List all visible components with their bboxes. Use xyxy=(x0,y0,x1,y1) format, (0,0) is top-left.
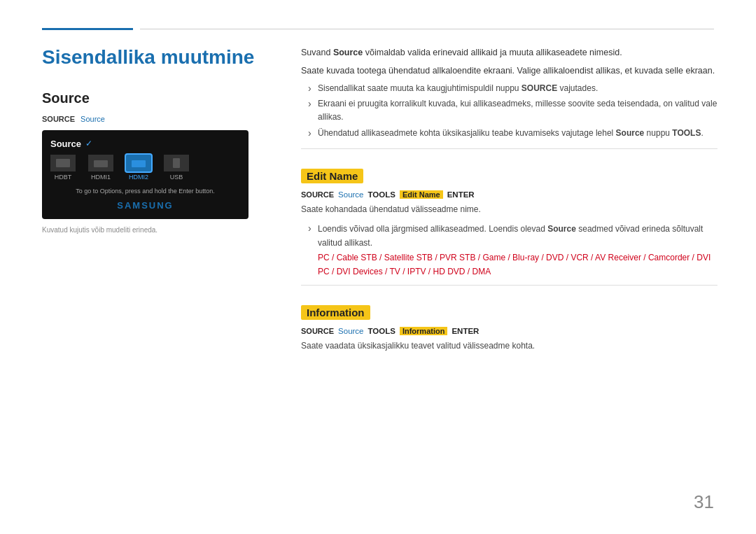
tv-icon-hdbt-box xyxy=(50,155,76,171)
right-column: Suvand Source võimaldab valida erinevaid… xyxy=(301,45,718,358)
edit-name-heading: Edit Name xyxy=(301,169,363,183)
bc-info-source: SOURCE xyxy=(301,327,334,335)
bc-info-source-link: Source xyxy=(338,327,363,335)
information-body: Saate vaadata üksikasjalikku teavet vali… xyxy=(301,339,718,353)
tv-title: Source xyxy=(50,139,81,149)
edit-name-bullets: Loendis võivad olla järgmised allikasead… xyxy=(308,222,718,279)
bullet-3: Ühendatud allikaseadmete kohta üksikasja… xyxy=(308,127,718,140)
tv-icon-usb-box xyxy=(164,155,189,171)
intro-bullets: Sisendallikat saate muuta ka kaugjuhtimi… xyxy=(308,82,718,140)
bc-source-link: Source xyxy=(80,115,105,123)
information-heading: Information xyxy=(301,305,370,320)
left-column: Sisendallika muutmine Source SOURCE Sour… xyxy=(42,45,259,234)
tv-icon-hdmi2-label: HDMI2 xyxy=(129,174,148,181)
tv-icon-usb-label: USB xyxy=(170,174,183,181)
top-bar xyxy=(42,28,714,30)
intro-line-1: Suvand Source võimaldab valida erinevaid… xyxy=(301,45,718,59)
page-title: Sisendallika muutmine xyxy=(42,45,259,69)
tv-icons-row: HDBT HDMI1 HDMI2 USB xyxy=(50,155,240,181)
device-list: PC / Cable STB / Satellite STB / PVR STB… xyxy=(318,253,710,276)
source-breadcrumb: SOURCE Source xyxy=(42,115,259,123)
divider-2 xyxy=(301,285,718,286)
bc-en-editname: Edit Name xyxy=(400,190,443,199)
tv-icon-hdmi2: HDMI2 xyxy=(126,155,151,181)
divider-1 xyxy=(301,148,718,149)
edit-name-bullet: Loendis võivad olla järgmised allikasead… xyxy=(308,222,718,279)
info-breadcrumb: SOURCE Source TOOLS Information ENTER xyxy=(301,327,718,335)
tv-icon-hdmi2-box xyxy=(126,155,151,171)
svg-rect-7 xyxy=(173,158,180,168)
tv-icon-hdbt-label: HDBT xyxy=(55,174,72,181)
bc-source-label: SOURCE xyxy=(42,115,75,123)
tv-header: Source ✓ xyxy=(50,139,240,149)
edit-name-section: Edit Name SOURCE Source TOOLS Edit Name … xyxy=(301,159,718,279)
tv-icon-hdmi1: HDMI1 xyxy=(88,155,113,181)
information-section: Information SOURCE Source TOOLS Informat… xyxy=(301,295,718,353)
tv-instruction: To go to Options, press and hold the Ent… xyxy=(50,188,240,195)
bc-info-information: Information xyxy=(400,327,448,335)
bc-en-enter: ENTER xyxy=(447,190,475,199)
tv-icon-hdbt: HDBT xyxy=(50,155,76,181)
tv-mockup: Source ✓ HDBT HDMI1 HDMI2 xyxy=(42,130,248,219)
bc-en-source-link: Source xyxy=(338,190,363,199)
edit-name-body: Saate kohandada ühendatud välisseadme ni… xyxy=(301,203,718,216)
svg-rect-5 xyxy=(132,160,146,167)
bc-info-enter: ENTER xyxy=(451,327,479,335)
accent-bar xyxy=(42,28,133,30)
svg-rect-3 xyxy=(94,160,108,167)
caption-text: Kuvatud kujutis võib mudeliti erineda. xyxy=(42,226,259,234)
bullet-2: Ekraani ei pruugita korralikult kuvada, … xyxy=(308,97,718,124)
tv-icon-hdmi1-box xyxy=(88,155,113,171)
section-heading: Source xyxy=(42,90,259,106)
svg-rect-1 xyxy=(56,159,70,167)
edit-name-breadcrumb: SOURCE Source TOOLS Edit Name ENTER xyxy=(301,190,718,199)
tv-check: ✓ xyxy=(85,139,92,148)
top-line xyxy=(140,29,714,29)
bc-en-source: SOURCE xyxy=(301,190,334,199)
tv-icon-hdmi1-label: HDMI1 xyxy=(91,174,111,181)
bc-info-tools: TOOLS xyxy=(368,327,396,335)
tv-icon-usb: USB xyxy=(164,155,189,181)
bullet-1: Sisendallikat saate muuta ka kaugjuhtimi… xyxy=(308,82,718,95)
bc-en-tools: TOOLS xyxy=(368,190,396,199)
page-number: 31 xyxy=(694,491,714,513)
intro-line-2: Saate kuvada tootega ühendatud allkaloen… xyxy=(301,64,718,78)
samsung-logo: SAMSUNG xyxy=(50,200,240,211)
